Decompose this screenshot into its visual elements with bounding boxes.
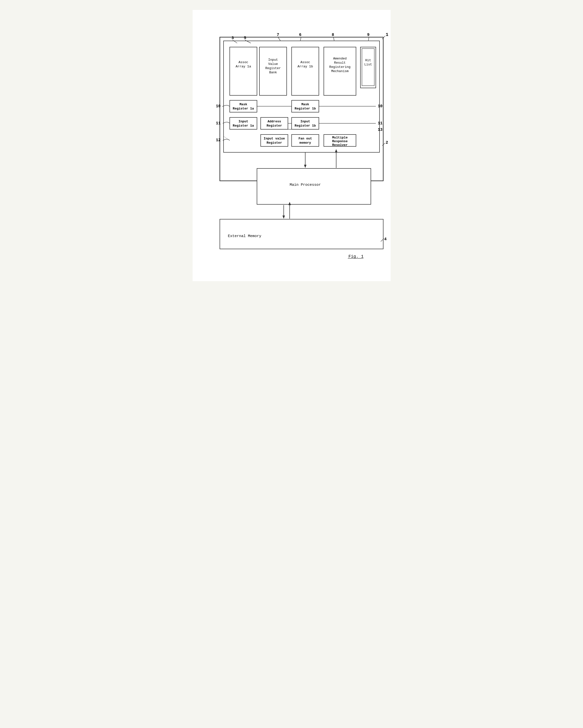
ref-2: 2 (386, 140, 388, 145)
assoc-array-1b-label1: Assoc (300, 60, 310, 64)
svg-line-5 (233, 40, 237, 43)
addr-reg-label2: Register (267, 124, 282, 128)
ref-13: 13 (378, 128, 383, 132)
ir1b-label2: Register 1b (295, 124, 316, 128)
mrr-label3: Resolver (332, 143, 347, 147)
svg-rect-4 (230, 47, 257, 95)
mrr-label1: Multiple (332, 136, 348, 139)
ivr-bank-label4: Bank (269, 71, 277, 74)
svg-line-1 (382, 36, 385, 39)
svg-line-6 (245, 40, 251, 43)
arrm-label1: Amended (333, 57, 346, 60)
svg-marker-31 (304, 165, 306, 168)
ref-5: 5 (244, 36, 246, 41)
ref-12: 12 (216, 138, 221, 142)
arrm-label2: Result (334, 61, 345, 64)
arrm-label4: Mechanism (331, 69, 348, 73)
svg-line-15 (368, 37, 369, 41)
diagram-svg: 1 2 Assoc Array 1a 3 5 Input Value Regis (207, 22, 396, 260)
ref-10a: 10 (216, 104, 221, 108)
ir1a-label1: Input (239, 120, 248, 123)
svg-line-12 (333, 37, 334, 41)
ivr-bank-label2: Value (268, 62, 278, 66)
ir1a-label2: Register 1a (233, 124, 254, 128)
hit-list-label2: List (364, 63, 372, 67)
ref-4: 4 (384, 237, 387, 241)
fom-label2: memory (299, 141, 311, 145)
ref-3: 3 (231, 36, 234, 41)
ref-11a: 11 (216, 121, 221, 126)
assoc-array-1a-label: Assoc (239, 60, 248, 64)
fig-label: Fig. 1 (348, 254, 363, 259)
ivr-label1: Input value (263, 137, 285, 140)
svg-rect-9 (292, 47, 319, 95)
svg-line-8 (278, 37, 280, 41)
assoc-array-1b-label2: Array 1b (297, 64, 313, 68)
arrm-label3: Registering (329, 65, 351, 69)
ivr-bank-label3: Register (265, 67, 280, 70)
svg-line-2 (382, 143, 385, 146)
svg-rect-14 (362, 49, 374, 86)
ref-1: 1 (386, 32, 388, 37)
mr1a-label2: Register 1a (233, 107, 254, 110)
ref-9: 9 (367, 33, 370, 37)
external-memory-label: External Memory (228, 234, 261, 238)
main-processor-label: Main Processor (289, 183, 321, 187)
assoc-array-1a-label2: Array 1a (235, 64, 251, 68)
mrr-label2: Response (332, 139, 348, 143)
ref-8: 8 (332, 33, 334, 37)
ref-11b: 11 (378, 121, 383, 126)
mr1b-label1: Mask (301, 103, 309, 106)
addr-reg-label1: Address (267, 120, 281, 123)
ref-10b: 10 (378, 104, 383, 108)
ivr-label2: Register (267, 141, 282, 145)
ref-7: 7 (277, 33, 279, 37)
ref-6: 6 (299, 33, 302, 37)
hit-list-label1: Hit (365, 58, 371, 62)
ir1b-label1: Input (300, 120, 310, 123)
diagram-wrapper: 1 2 Assoc Array 1a 3 5 Input Value Regis (207, 22, 376, 261)
svg-marker-36 (282, 215, 285, 219)
mr1a-label1: Mask (240, 103, 247, 106)
svg-line-10 (300, 37, 301, 41)
mr1b-label2: Register 1b (295, 107, 316, 110)
fom-label1: Fan out (298, 137, 312, 140)
page: 1 2 Assoc Array 1a 3 5 Input Value Regis (193, 10, 391, 281)
ivr-bank-label1: Input (268, 58, 278, 62)
svg-marker-33 (335, 149, 337, 152)
